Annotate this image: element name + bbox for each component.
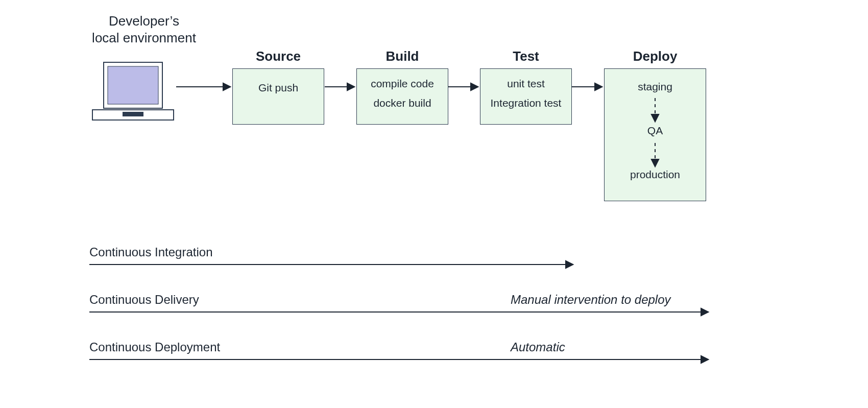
stage-box-source: Git push bbox=[232, 68, 324, 125]
legend-cddel-label: Continuous Delivery bbox=[89, 293, 199, 307]
developer-env-line2: local environment bbox=[92, 30, 196, 45]
build-item-0: compile code bbox=[357, 74, 448, 93]
deploy-item-0: staging bbox=[605, 77, 706, 97]
stage-title-source: Source bbox=[232, 49, 324, 64]
laptop-icon bbox=[91, 61, 175, 125]
legend-cddel-note: Manual intervention to deploy bbox=[511, 293, 671, 307]
svg-rect-3 bbox=[123, 112, 143, 116]
developer-env-line1: Developer’s bbox=[109, 13, 179, 29]
developer-env-label: Developer’s local environment bbox=[78, 13, 210, 46]
stage-title-test: Test bbox=[480, 49, 572, 64]
test-item-1: Integration test bbox=[480, 93, 571, 113]
deploy-item-2: production bbox=[605, 165, 706, 184]
stage-box-build: compile code docker build bbox=[356, 68, 448, 125]
test-item-0: unit test bbox=[480, 74, 571, 93]
deploy-item-1: QA bbox=[605, 121, 706, 140]
legend-cddep-label: Continuous Deployment bbox=[89, 340, 220, 354]
svg-rect-1 bbox=[108, 66, 158, 104]
build-item-1: docker build bbox=[357, 93, 448, 113]
stage-title-deploy: Deploy bbox=[604, 49, 706, 64]
stage-box-test: unit test Integration test bbox=[480, 68, 572, 125]
source-item-0: Git push bbox=[233, 78, 324, 98]
stage-title-build: Build bbox=[356, 49, 448, 64]
legend-cddep-note: Automatic bbox=[511, 340, 565, 354]
legend-ci-label: Continuous Integration bbox=[89, 245, 213, 259]
stage-box-deploy: staging QA production bbox=[604, 68, 706, 201]
